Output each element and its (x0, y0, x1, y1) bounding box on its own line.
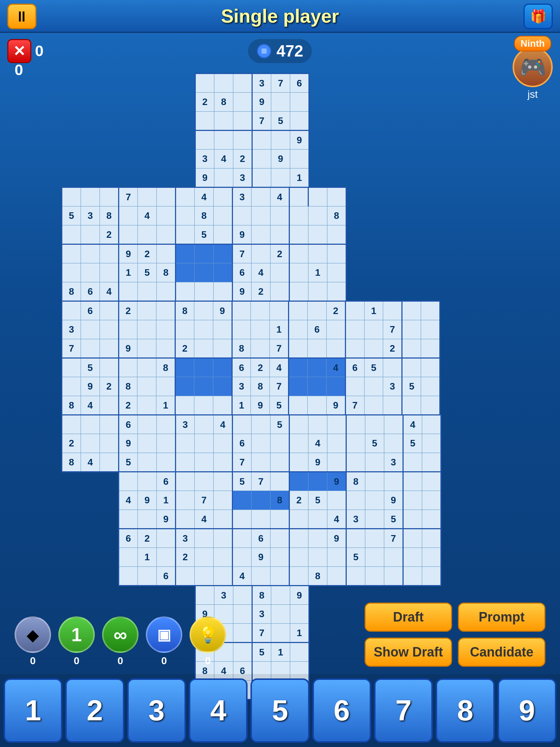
tool-buttons: ◆ 0 1 0 ∞ 0 ▣ 0 💡 0 (15, 616, 226, 667)
hint-count: 0 (205, 655, 211, 667)
info-bar: ✕ 0 0 472 Ninth 🎮 jst (0, 33, 560, 69)
infinity-icon[interactable]: ∞ (102, 616, 139, 653)
infinity-tool[interactable]: ∞ 0 (102, 616, 139, 667)
gift-button[interactable]: 🎁 (524, 4, 553, 29)
error-counter: ✕ 0 (7, 39, 43, 63)
pause-icon: ⏸ (15, 8, 29, 25)
hint-icon[interactable]: 💡 (190, 616, 226, 653)
num-7-button[interactable]: 7 (374, 678, 433, 743)
action-row-2: Show Draft Candidate (365, 638, 545, 667)
center-tool[interactable]: ▣ 0 (146, 616, 182, 667)
center-icon[interactable]: ▣ (146, 616, 182, 653)
erase-count: 0 (30, 655, 36, 667)
error-x-icon: ✕ (7, 39, 31, 63)
sudoku-board[interactable]: 376 28 9 75 9 342 9 93 1 (0, 69, 560, 452)
prompt-button[interactable]: Prompt (458, 603, 545, 632)
num-6-button[interactable]: 6 (312, 678, 371, 743)
avatar: 🎮 (513, 47, 553, 87)
player-name: jst (528, 89, 538, 100)
erase-icon[interactable]: ◆ (15, 616, 51, 653)
one-count: 0 (74, 655, 79, 667)
candidate-button[interactable]: Candidate (458, 638, 545, 667)
action-buttons: Draft Prompt Show Draft Candidate (365, 603, 545, 667)
num-2-button[interactable]: 2 (65, 678, 124, 743)
pause-button[interactable]: ⏸ (7, 4, 36, 29)
infinity-count: 0 (117, 655, 123, 667)
draft-button[interactable]: Draft (365, 603, 452, 632)
one-tool[interactable]: 1 0 (58, 616, 95, 667)
header: ⏸ Single player 🎁 (0, 0, 560, 33)
timer-value: 472 (276, 42, 303, 60)
page-title: Single player (221, 5, 339, 27)
num-3-button[interactable]: 3 (127, 678, 186, 743)
hint-tool[interactable]: 💡 0 (190, 616, 226, 667)
num-4-button[interactable]: 4 (189, 678, 248, 743)
timer: 472 (248, 39, 312, 63)
erase-tool[interactable]: ◆ 0 (15, 616, 51, 667)
num-8-button[interactable]: 8 (436, 678, 494, 743)
num-9-button[interactable]: 9 (498, 678, 556, 743)
one-icon[interactable]: 1 (58, 616, 95, 653)
gift-icon: 🎁 (530, 9, 547, 24)
score-display: 0 (15, 61, 23, 79)
num-5-button[interactable]: 5 (250, 678, 309, 743)
num-1-button[interactable]: 1 (4, 678, 62, 743)
bottom-toolbar: ◆ 0 1 0 ∞ 0 ▣ 0 💡 0 Draft Prompt Show Dr… (0, 603, 560, 667)
player-area: Ninth 🎮 jst (513, 36, 553, 100)
number-bar: 1 2 3 4 5 6 7 8 9 (0, 674, 560, 747)
timer-icon (257, 44, 271, 58)
error-count: 0 (35, 42, 43, 60)
center-count: 0 (161, 655, 167, 667)
rank-badge: Ninth (514, 36, 551, 51)
show-draft-button[interactable]: Show Draft (365, 638, 452, 667)
action-row-1: Draft Prompt (365, 603, 545, 632)
